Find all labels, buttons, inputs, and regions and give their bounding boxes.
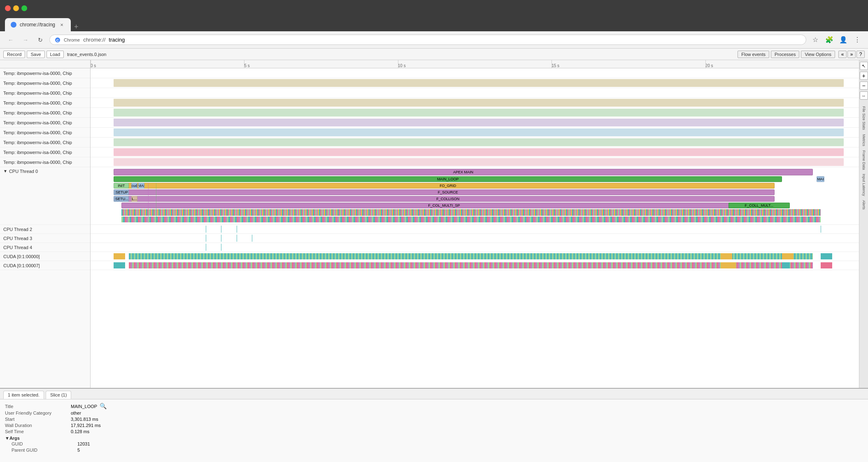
timeline-area: 0 s 5 s 10 s 15 s 20 s (91, 60, 859, 388)
detail-label-category: User Friendly Category (5, 411, 71, 415)
track-label-cuda0: CUDA [0:1:00000] (0, 252, 90, 261)
track-label-6: Temp: ibmpowernv-isa-0000, Chip (0, 128, 90, 138)
cpu2-tick-4 (821, 226, 821, 233)
zoom-in-tool-button[interactable]: + (860, 72, 868, 80)
bottom-panel: 1 item selected. Slice (1) Title MAIN_LO… (0, 388, 868, 462)
event-main-loop[interactable]: MAIN_LOOP (114, 176, 782, 182)
track-label-cpu0: ▼ CPU Thread 0 (0, 167, 90, 225)
flow-events-button[interactable]: Flow events (738, 51, 769, 58)
ruler-tick-0: 0 s (91, 63, 96, 68)
track-row-6 (91, 128, 859, 138)
event-setup-2[interactable]: :SETU... (114, 196, 129, 202)
cpu2-tick-1 (206, 226, 206, 233)
ruler-tick-20: 20 s (705, 63, 713, 68)
bookmark-button[interactable]: ☆ (810, 34, 821, 46)
detail-row-guid: GUID 12031 (5, 441, 863, 446)
cursor-tool-button[interactable]: ↖ (860, 62, 868, 70)
event-l[interactable]: L... (131, 196, 137, 202)
track-label-cpu3: CPU Thread 3 (0, 234, 90, 243)
processes-button[interactable]: Processes (771, 51, 799, 58)
ruler-tick-5: 5 s (244, 63, 249, 68)
detail-label-self-time: Self Time (5, 429, 71, 434)
tracing-main: Temp: ibmpowernv-isa-0000, Chip Temp: ib… (0, 60, 868, 388)
cpu2-tick-3 (237, 226, 237, 233)
event-fo-grid[interactable]: FO_GRID (121, 183, 775, 189)
menu-button[interactable]: ⋮ (852, 34, 863, 46)
event-mai-1[interactable]: MAI (138, 183, 144, 189)
track-row-9 (91, 157, 859, 167)
track-labels: Temp: ibmpowernv-isa-0000, Chip Temp: ib… (0, 60, 91, 388)
detail-row-parent-guid: Parent GUID 5 (5, 448, 863, 453)
profile-button[interactable]: 👤 (838, 34, 849, 46)
close-button[interactable] (5, 5, 11, 11)
event-init[interactable]: INIT (114, 183, 129, 189)
vert-line-2 (156, 183, 156, 223)
input-latency-tab[interactable]: Input Latency (861, 172, 867, 198)
zoom-in-button[interactable]: » (847, 51, 856, 58)
event-f-col-multi-sp[interactable]: F_COL_MULTI_SP (121, 203, 767, 208)
temp-bar-3 (114, 99, 844, 107)
help-button[interactable]: ? (856, 51, 865, 58)
track-row-7 (91, 138, 859, 147)
extension-button[interactable]: 🧩 (824, 34, 835, 46)
detail-row-title: Title MAIN_LOOP 🔍 (5, 403, 863, 409)
detail-row-start: Start 3,301.813 ms (5, 417, 863, 422)
reload-button[interactable]: ↻ (35, 34, 46, 46)
collapse-arrow-icon[interactable]: ▼ (3, 169, 7, 173)
minimize-button[interactable] (13, 5, 19, 11)
zoom-out-tool-button[interactable]: − (860, 82, 868, 90)
cpu4-tick-2 (221, 244, 221, 251)
url-text: chrome:// (83, 37, 105, 43)
cuda0-bar-0 (114, 253, 125, 259)
save-button[interactable]: Save (27, 51, 44, 58)
toolbar-icons: ☆ 🧩 👤 ⋮ (810, 34, 863, 46)
url-security-label: Chrome (64, 37, 80, 42)
event-apex-main[interactable]: APEX MAIN (114, 169, 813, 175)
track-label-2: Temp: ibmpowernv-isa-0000, Chip (0, 88, 90, 98)
cuda0-bar-end3 (821, 253, 832, 259)
event-f-collison[interactable]: F_COLLISON (121, 196, 775, 202)
trace-filename: trace_events.0.json (67, 52, 106, 57)
bottom-tab-slice[interactable]: Slice (1) (46, 391, 71, 399)
temp-bar-5 (114, 119, 844, 126)
vert-line-1 (148, 183, 149, 223)
ruler-tick-15: 15 s (552, 63, 559, 68)
fit-tool-button[interactable]: ↔ (860, 91, 868, 100)
cuda7-bar-end2 (782, 262, 790, 268)
bottom-tab-selected[interactable]: 1 item selected. (3, 391, 44, 399)
record-button[interactable]: Record (3, 51, 25, 58)
track-row-cuda7 (91, 261, 859, 270)
magnifier-icon[interactable]: 🔍 (100, 403, 107, 409)
forward-button[interactable]: → (20, 34, 31, 46)
back-button[interactable]: ← (5, 34, 16, 46)
url-favicon-icon: C (55, 37, 61, 43)
track-label-3: Temp: ibmpowernv-isa-0000, Chip (0, 98, 90, 108)
zoom-controls: « » ? (838, 51, 865, 58)
track-label-9: Temp: ibmpowernv-isa-0000, Chip (0, 157, 90, 167)
dense-events (121, 209, 821, 223)
url-bar[interactable]: C Chrome chrome://tracing (49, 35, 806, 45)
file-size-stats-tab[interactable]: File Size Stats (861, 105, 867, 132)
event-setup-1[interactable]: :SETUP (114, 189, 129, 195)
track-row-cpu4 (91, 243, 859, 252)
event-mai-right[interactable]: MAI (817, 176, 824, 182)
active-tab[interactable]: chrome://tracing ✕ (5, 18, 71, 31)
tab-close-button[interactable]: ✕ (58, 21, 65, 28)
alerts-tab[interactable]: Alerts (861, 198, 867, 211)
zoom-out-button[interactable]: « (838, 51, 847, 58)
frame-data-tab[interactable]: Frame Data (861, 149, 867, 172)
metrics-tab[interactable]: Metrics (861, 133, 867, 148)
cpu3-tick-2 (221, 235, 221, 242)
args-section-header[interactable]: ▼Args (5, 436, 863, 441)
event-f-source[interactable]: F_SOURCE (121, 189, 775, 195)
event-cud[interactable]: cud (131, 183, 137, 189)
detail-label-start: Start (5, 417, 71, 422)
cpu3-tick-1 (206, 235, 206, 242)
view-options-button[interactable]: View Options (801, 51, 835, 58)
event-f-coll-mult-2[interactable]: F_COLL_MULT... (728, 203, 790, 208)
new-tab-button[interactable]: + (71, 23, 82, 31)
detail-label-parent-guid: Parent GUID (12, 448, 77, 453)
ruler-tick-10: 10 s (398, 63, 406, 68)
maximize-button[interactable] (21, 5, 27, 11)
load-button[interactable]: Load (47, 51, 64, 58)
